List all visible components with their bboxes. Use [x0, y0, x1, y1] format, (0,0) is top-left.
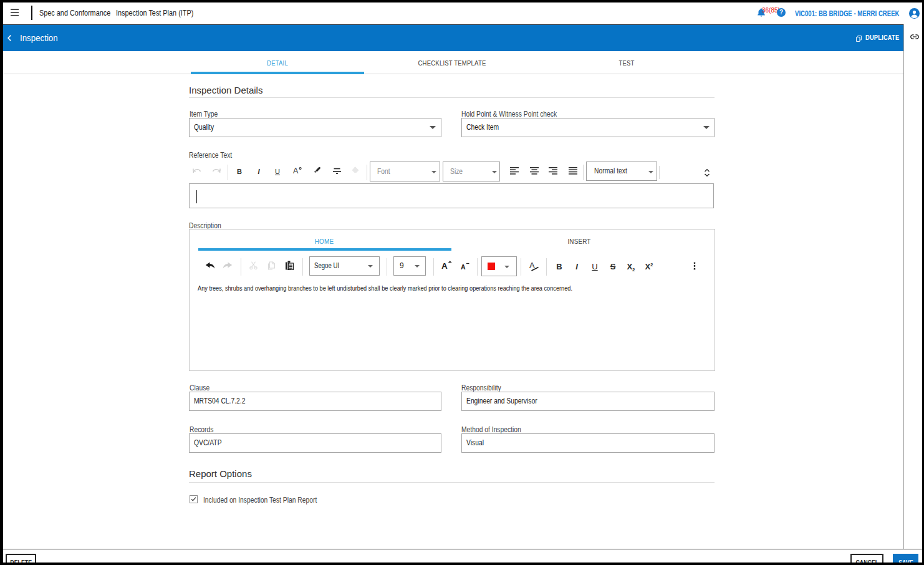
- svg-text:A: A: [293, 167, 299, 174]
- svg-text:A: A: [441, 261, 448, 269]
- svg-text:A: A: [529, 261, 535, 270]
- svg-text:A: A: [461, 263, 466, 270]
